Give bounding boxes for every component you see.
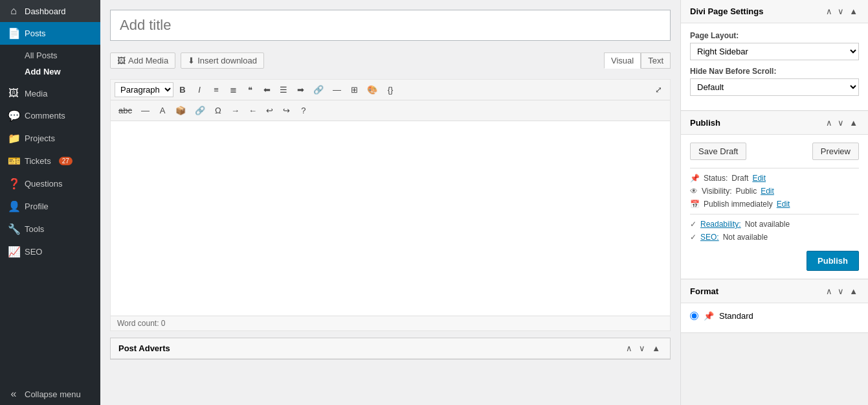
publish-divider <box>690 168 859 168</box>
sidebar-item-questions[interactable]: ❓ Questions <box>0 172 100 195</box>
sidebar-label-posts: Posts <box>25 29 46 38</box>
format-panel-down[interactable]: ∨ <box>836 286 845 296</box>
indent-button[interactable]: → <box>227 103 243 118</box>
redo-button[interactable]: ↪ <box>279 103 295 118</box>
editor-toolbar-row1: Paragraph B I ≡ ≣ ❝ ⬅ ☰ ➡ 🔗 — ⊞ 🎨 {} ⤢ <box>111 80 670 100</box>
sidebar-label-media: Media <box>25 89 47 98</box>
word-count-bar: Word count: 0 <box>111 316 670 330</box>
undo-button[interactable]: ↩ <box>262 103 278 118</box>
format-label-standard: Standard <box>719 311 753 321</box>
sidebar-collapse-menu[interactable]: « Collapse menu <box>0 383 100 405</box>
seo-icon: 📈 <box>8 246 19 258</box>
sidebar-item-tickets[interactable]: 🎫 Tickets 27 <box>0 150 100 172</box>
sidebar-item-posts[interactable]: 📄 Posts <box>0 22 100 45</box>
paragraph-select[interactable]: Paragraph <box>115 82 173 97</box>
table-button[interactable]: ⊞ <box>346 82 362 97</box>
text-color-button[interactable]: A <box>155 103 170 118</box>
sidebar-item-all-posts[interactable]: All Posts <box>0 47 100 64</box>
divi-panel-close[interactable]: ▲ <box>848 6 859 16</box>
text-tab[interactable]: Text <box>641 52 671 69</box>
dashboard-icon: ⌂ <box>8 5 19 17</box>
more-button[interactable]: — <box>329 82 345 97</box>
divi-panel-up[interactable]: ∧ <box>825 6 834 16</box>
preview-button[interactable]: Preview <box>812 143 859 160</box>
sidebar-item-add-new[interactable]: Add New <box>0 64 100 80</box>
visual-tab[interactable]: Visual <box>604 52 641 69</box>
publish-clearfix: Publish <box>690 246 859 271</box>
bold-button[interactable]: B <box>175 82 190 97</box>
unordered-list-button[interactable]: ≡ <box>208 82 224 97</box>
clear-format-button[interactable]: 🔗 <box>191 103 209 118</box>
status-icon: 📌 <box>690 174 700 183</box>
post-adverts-up[interactable]: ∧ <box>624 343 634 353</box>
post-title-input[interactable] <box>110 10 671 41</box>
sidebar-item-dashboard[interactable]: ⌂ Dashboard <box>0 0 100 22</box>
projects-icon: 📁 <box>8 132 19 145</box>
word-count-value: 0 <box>161 319 166 328</box>
post-adverts-toggle[interactable]: ▲ <box>650 343 662 353</box>
readability-value: Not available <box>745 220 790 229</box>
hide-nav-select[interactable]: Default <box>690 78 859 96</box>
code-button[interactable]: {} <box>383 82 398 97</box>
italic-button[interactable]: I <box>192 82 207 97</box>
sidebar-label-questions: Questions <box>25 179 63 189</box>
expand-button[interactable]: ⤢ <box>651 82 666 97</box>
align-right-button[interactable]: ➡ <box>293 82 308 97</box>
publish-time-edit-link[interactable]: Edit <box>777 200 790 209</box>
visibility-icon: 👁 <box>690 187 698 196</box>
ordered-list-button[interactable]: ≣ <box>225 82 241 97</box>
publish-panel-close[interactable]: ▲ <box>848 118 859 128</box>
publish-button[interactable]: Publish <box>807 251 859 271</box>
post-adverts-title: Post Adverts <box>118 343 624 353</box>
sidebar-item-tools[interactable]: 🔧 Tools <box>0 218 100 240</box>
word-count-label: Word count: <box>117 319 159 328</box>
readability-link[interactable]: Readability: <box>700 220 741 229</box>
format-options: 📌 Standard <box>681 303 868 332</box>
save-draft-button[interactable]: Save Draft <box>690 143 746 160</box>
sidebar-item-projects[interactable]: 📁 Projects <box>0 127 100 150</box>
publish-panel-down[interactable]: ∨ <box>836 118 845 128</box>
editor-content[interactable] <box>111 121 670 316</box>
sidebar-item-comments[interactable]: 💬 Comments <box>0 104 100 127</box>
publish-panel-up[interactable]: ∧ <box>825 118 834 128</box>
add-media-button[interactable]: 🖼 Add Media <box>110 52 175 69</box>
insert-download-button[interactable]: ⬇ Insert download <box>181 52 264 69</box>
visibility-value: Public <box>735 187 757 196</box>
sidebar-item-profile[interactable]: 👤 Profile <box>0 195 100 218</box>
posts-icon: 📄 <box>8 27 19 40</box>
publish-time-label: Publish immediately <box>704 200 773 209</box>
insert-download-icon: ⬇ <box>188 56 195 65</box>
add-media-label: Add Media <box>128 56 168 65</box>
divi-panel-down[interactable]: ∨ <box>836 6 845 16</box>
format-panel-up[interactable]: ∧ <box>825 286 834 296</box>
hide-nav-label: Hide Nav Before Scroll: <box>690 67 859 76</box>
insert-custom-button[interactable]: 📦 <box>172 103 190 118</box>
comments-icon: 💬 <box>8 110 19 122</box>
align-center-button[interactable]: ☰ <box>276 82 291 97</box>
status-label: Status: <box>704 174 728 183</box>
page-layout-select[interactable]: Right Sidebar <box>690 43 859 60</box>
sidebar-label-tools: Tools <box>25 224 44 234</box>
editor-toolbar-top: 🖼 Add Media ⬇ Insert download Visual Tex… <box>110 47 671 73</box>
sidebar-item-media[interactable]: 🖼 Media <box>0 82 100 104</box>
seo-link[interactable]: SEO: <box>700 233 719 242</box>
special-chars-button[interactable]: Ω <box>210 103 226 118</box>
blockquote-button[interactable]: ❝ <box>242 82 258 97</box>
post-adverts-down[interactable]: ∨ <box>637 343 647 353</box>
sidebar-label-seo: SEO <box>25 247 42 257</box>
strikethrough-button[interactable]: abc <box>115 103 136 118</box>
post-adverts-header: Post Adverts ∧ ∨ ▲ <box>111 338 670 359</box>
hr-button[interactable]: — <box>137 103 153 118</box>
help-button[interactable]: ? <box>296 103 311 118</box>
visibility-edit-link[interactable]: Edit <box>761 187 774 196</box>
outdent-button[interactable]: ← <box>245 103 261 118</box>
format-radio-standard[interactable] <box>690 312 698 320</box>
link-button[interactable]: 🔗 <box>309 82 328 97</box>
format-panel-controls: ∧ ∨ ▲ <box>825 286 859 296</box>
color-button[interactable]: 🎨 <box>363 82 381 97</box>
align-left-button[interactable]: ⬅ <box>259 82 274 97</box>
sidebar-item-seo[interactable]: 📈 SEO <box>0 240 100 263</box>
format-panel-close[interactable]: ▲ <box>848 286 859 296</box>
status-edit-link[interactable]: Edit <box>752 174 766 183</box>
publish-title: Publish <box>690 118 825 128</box>
